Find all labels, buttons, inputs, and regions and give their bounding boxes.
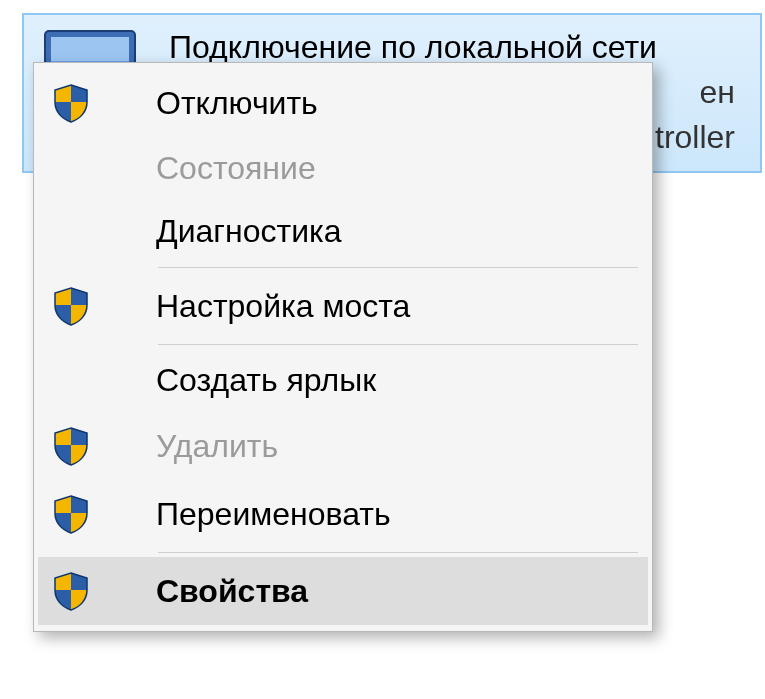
menu-separator xyxy=(158,552,638,553)
menu-item-status: Состояние xyxy=(38,137,648,200)
menu-item-properties[interactable]: Свойства xyxy=(38,557,648,625)
uac-shield-icon xyxy=(46,570,106,612)
menu-item-label: Свойства xyxy=(106,573,638,610)
menu-item-label: Создать ярлык xyxy=(106,362,638,399)
menu-item-label: Отключить xyxy=(106,85,638,122)
menu-item-label: Удалить xyxy=(106,428,638,465)
menu-item-disable[interactable]: Отключить xyxy=(38,69,648,137)
menu-item-label: Состояние xyxy=(106,150,638,187)
uac-shield-icon xyxy=(46,493,106,535)
menu-item-shortcut[interactable]: Создать ярлык xyxy=(38,349,648,412)
menu-item-label: Диагностика xyxy=(106,213,638,250)
menu-item-label: Переименовать xyxy=(106,496,638,533)
uac-shield-icon xyxy=(46,285,106,327)
menu-item-delete: Удалить xyxy=(38,412,648,480)
menu-separator xyxy=(158,267,638,268)
menu-item-label: Настройка моста xyxy=(106,288,638,325)
menu-item-rename[interactable]: Переименовать xyxy=(38,480,648,548)
menu-item-diagnose[interactable]: Диагностика xyxy=(38,200,648,263)
uac-shield-icon xyxy=(46,82,106,124)
menu-separator xyxy=(158,344,638,345)
menu-item-bridge[interactable]: Настройка моста xyxy=(38,272,648,340)
uac-shield-icon xyxy=(46,425,106,467)
context-menu: Отключить Состояние Диагностика Настройк… xyxy=(33,62,653,632)
svg-rect-2 xyxy=(51,37,129,61)
